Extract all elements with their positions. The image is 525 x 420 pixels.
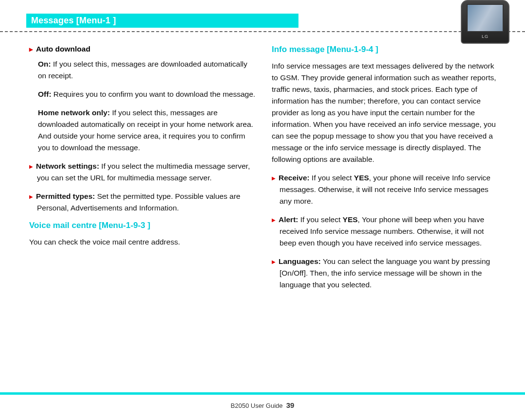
right-column: Info message [Menu-1-9-4 ] Info service … [272, 45, 499, 298]
receive-label: Receive: [279, 174, 310, 182]
permitted-types-label: Permitted types: [36, 192, 95, 200]
off-label: Off: [38, 90, 52, 98]
network-settings-item: Network settings: If you select the mult… [29, 160, 256, 184]
footer-guide-label: B2050 User Guide [231, 402, 283, 409]
footer: B2050 User Guide 39 [0, 401, 525, 409]
content-columns: Auto download On: If you select this, me… [0, 30, 525, 298]
alert-text-a: If you select [298, 215, 342, 224]
languages-label: Languages: [279, 257, 321, 265]
network-settings-label: Network settings: [36, 162, 99, 170]
page-title: Messages [Menu-1 ] [26, 14, 298, 28]
auto-download-on: On: If you select this, messages are dow… [29, 58, 256, 82]
alert-yes: YES [343, 215, 358, 224]
phone-brand-label: LG [462, 34, 508, 39]
permitted-types-item: Permitted types: Set the permitted type.… [29, 191, 256, 214]
voice-mail-heading: Voice mail centre [Menu-1-9-3 ] [29, 221, 256, 230]
page-number: 39 [286, 401, 295, 409]
auto-download-heading: Auto download [29, 45, 256, 53]
footer-divider [0, 392, 525, 395]
phone-screen-icon [467, 4, 504, 32]
on-label: On: [38, 60, 51, 68]
info-message-heading: Info message [Menu-1-9-4 ] [272, 45, 499, 54]
auto-download-home: Home network only: If you select this, m… [29, 107, 256, 154]
alert-item: Alert: If you select YES, Your phone wil… [272, 214, 499, 249]
header: Messages [Menu-1 ] LG [0, 0, 525, 30]
languages-item: Languages: You can select the language y… [272, 256, 499, 291]
left-column: Auto download On: If you select this, me… [29, 45, 256, 298]
receive-item: Receive: If you select YES, your phone w… [272, 172, 499, 207]
on-text: If you select this, messages are downloa… [38, 60, 247, 80]
off-text: Requires you to confirm you want to down… [52, 90, 256, 98]
receive-yes: YES [354, 174, 369, 182]
voice-mail-text: You can check the voice mail centre addr… [29, 236, 256, 248]
info-message-paragraph: Info service messages are text messages … [272, 60, 499, 165]
phone-illustration: LG [461, 0, 509, 44]
alert-label: Alert: [279, 215, 298, 224]
auto-download-off: Off: Requires you to confirm you want to… [29, 88, 256, 100]
receive-text-a: If you select [310, 174, 354, 182]
home-label: Home network only: [38, 108, 110, 117]
header-divider [0, 31, 525, 32]
